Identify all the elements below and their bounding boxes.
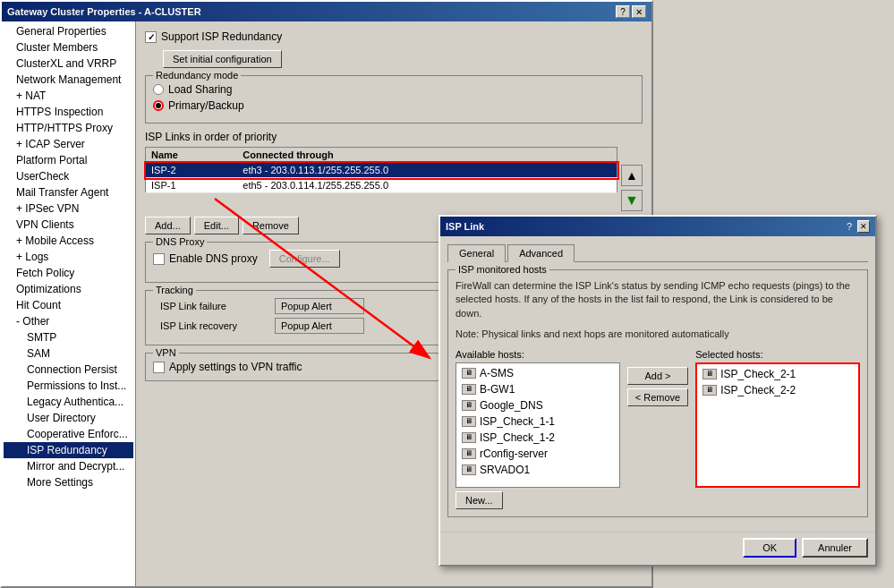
isp-table-wrapper: Name Connected through ISP-2 eth3 - 203.… xyxy=(145,147,617,211)
tab-advanced[interactable]: Advanced xyxy=(507,244,575,262)
sidebar-item-permissions[interactable]: Permissions to Inst... xyxy=(4,378,133,394)
sidebar-item-vpn-clients[interactable]: VPN Clients xyxy=(4,217,133,233)
add-button[interactable]: Add... xyxy=(145,217,191,234)
sidebar-item-http-proxy[interactable]: HTTP/HTTPS Proxy xyxy=(4,120,133,136)
host-item-srvado1[interactable]: 🖥 SRVADO1 xyxy=(458,462,617,478)
sidebar-item-ipsec[interactable]: + IPSec VPN xyxy=(4,200,133,217)
isp-row-isp1[interactable]: ISP-1 eth5 - 203.0.114.1/255.255.255.0 xyxy=(146,178,617,193)
vpn-apply-checkbox[interactable] xyxy=(153,362,165,373)
modal-footer: OK Annuler xyxy=(440,532,875,565)
sidebar-item-mail[interactable]: Mail Transfer Agent xyxy=(4,184,133,200)
configure-dns-button[interactable]: Configure... xyxy=(269,250,340,268)
col-name: Name xyxy=(146,148,238,163)
host-item-isp-check-1-2[interactable]: 🖥 ISP_Check_1-2 xyxy=(458,430,617,446)
monitored-hosts-label: ISP monitored hosts xyxy=(456,264,549,275)
host-item-isp-check-1-1[interactable]: 🖥 ISP_Check_1-1 xyxy=(458,413,617,430)
tracking-label: Tracking xyxy=(153,285,196,295)
ok-button[interactable]: OK xyxy=(743,538,796,558)
sidebar-item-clusterxl[interactable]: ClusterXL and VRRP xyxy=(4,55,133,72)
isp-failure-value: Popup Alert xyxy=(275,298,364,314)
monitored-hosts-note: Note: Physical links and next hops are m… xyxy=(456,328,860,341)
tab-general[interactable]: General xyxy=(447,244,506,262)
close-button[interactable]: ✕ xyxy=(632,5,646,18)
isp-side-buttons: ▲ ▼ xyxy=(621,147,643,211)
support-isp-checkbox[interactable] xyxy=(145,31,157,43)
sidebar-item-network[interactable]: Network Management xyxy=(4,72,133,88)
enable-dns-label: Enable DNS proxy xyxy=(169,252,258,265)
sidebar-item-cluster-members[interactable]: Cluster Members xyxy=(4,39,133,55)
sidebar-item-more-settings[interactable]: More Settings xyxy=(4,474,133,490)
redundancy-mode-label: Redundancy mode xyxy=(153,70,241,81)
sidebar: General Properties Cluster Members Clust… xyxy=(2,21,136,586)
selected-host-icon-2-2: 🖥 xyxy=(702,385,717,396)
available-hosts-label: Available hosts: xyxy=(456,349,620,360)
sidebar-item-portal[interactable]: Platform Portal xyxy=(4,152,133,168)
host-item-rconfig[interactable]: 🖥 rConfig-server xyxy=(458,446,617,462)
sidebar-item-mobile[interactable]: + Mobile Access xyxy=(4,233,133,249)
selected-host-icon-2-1: 🖥 xyxy=(702,369,717,379)
move-down-button[interactable]: ▼ xyxy=(621,190,643,211)
sidebar-item-fetch[interactable]: Fetch Policy xyxy=(4,265,133,281)
primary-backup-row: Primary/Backup xyxy=(153,99,634,112)
sidebar-item-hitcount[interactable]: Hit Count xyxy=(4,297,133,313)
sidebar-item-icap[interactable]: + ICAP Server xyxy=(4,136,133,152)
sidebar-item-mirror[interactable]: Mirror and Decrypt... xyxy=(4,458,133,474)
isp-recovery-label: ISP Link recovery xyxy=(160,320,268,331)
isp-recovery-value: Popup Alert xyxy=(275,318,364,334)
isp-row-isp2[interactable]: ISP-2 eth3 - 203.0.113.1/255.255.255.0 xyxy=(146,163,617,178)
support-isp-label: Support ISP Redundancy xyxy=(161,30,282,43)
sidebar-item-usercheck[interactable]: UserCheck xyxy=(4,168,133,184)
support-isp-row: Support ISP Redundancy xyxy=(145,30,643,43)
host-item-google-dns[interactable]: 🖥 Google_DNS xyxy=(458,397,617,413)
sidebar-item-general[interactable]: General Properties xyxy=(4,23,133,39)
sidebar-item-https[interactable]: HTTPS Inspection xyxy=(4,104,133,120)
sidebar-item-user-directory[interactable]: User Directory xyxy=(4,410,133,426)
main-window-title: Gateway Cluster Properties - A-CLUSTER xyxy=(7,6,201,17)
primary-backup-label: Primary/Backup xyxy=(168,99,244,112)
new-btn-row: New... xyxy=(456,488,860,509)
sidebar-item-connection-persist[interactable]: Connection Persist xyxy=(4,362,133,378)
modal-title-bar: ISP Link ? ✕ xyxy=(440,217,875,236)
edit-button[interactable]: Edit... xyxy=(194,217,239,234)
cancel-button[interactable]: Annuler xyxy=(802,538,868,558)
selected-hosts-listbox[interactable]: 🖥 ISP_Check_2-1 🖥 ISP_Check_2-2 xyxy=(695,362,860,488)
sidebar-item-legacy[interactable]: Legacy Authentica... xyxy=(4,394,133,410)
load-sharing-row: Load Sharing xyxy=(153,83,634,96)
sidebar-item-cooperative[interactable]: Cooperative Enforc... xyxy=(4,426,133,442)
move-up-button[interactable]: ▲ xyxy=(621,165,643,186)
host-icon-rconfig: 🖥 xyxy=(462,448,476,459)
host-icon-google-dns: 🖥 xyxy=(462,400,476,411)
modal-close-button[interactable]: ✕ xyxy=(857,220,870,233)
enable-dns-checkbox[interactable] xyxy=(153,253,165,265)
host-icon-isp-check-1-1: 🖥 xyxy=(462,416,476,427)
sidebar-item-logs[interactable]: + Logs xyxy=(4,249,133,265)
host-item-b-gw1[interactable]: 🖥 B-GW1 xyxy=(458,381,617,397)
host-icon-isp-check-1-2: 🖥 xyxy=(462,432,476,443)
title-bar-controls: ? ✕ xyxy=(616,5,646,18)
available-hosts-listbox[interactable]: 🖥 A-SMS 🖥 B-GW1 🖥 Google_DNS 🖥 xyxy=(456,362,620,488)
sidebar-item-optimizations[interactable]: Optimizations xyxy=(4,281,133,297)
sidebar-item-isp-redundancy[interactable]: ISP Redundancy xyxy=(4,442,133,458)
selected-hosts-list: Selected hosts: 🖥 ISP_Check_2-1 🖥 ISP_Ch… xyxy=(695,349,860,488)
primary-backup-radio[interactable] xyxy=(153,100,164,111)
isp2-connection: eth3 - 203.0.113.1/255.255.255.0 xyxy=(237,163,617,178)
modal-help-button[interactable]: ? xyxy=(847,221,852,232)
selected-host-isp-check-2-2[interactable]: 🖥 ISP_Check_2-2 xyxy=(699,382,856,398)
new-button[interactable]: New... xyxy=(456,491,503,509)
sidebar-item-smtp[interactable]: SMTP xyxy=(4,329,133,345)
help-button[interactable]: ? xyxy=(616,5,630,18)
sidebar-item-nat[interactable]: + NAT xyxy=(4,88,133,104)
add-host-button[interactable]: Add > xyxy=(627,367,688,385)
remove-button[interactable]: Remove xyxy=(243,217,299,234)
host-item-a-sms[interactable]: 🖥 A-SMS xyxy=(458,365,617,381)
set-initial-config-button[interactable]: Set initial configuration xyxy=(163,50,282,68)
sidebar-item-sam[interactable]: SAM xyxy=(4,345,133,362)
available-hosts-list: Available hosts: 🖥 A-SMS 🖥 B-GW1 🖥 Go xyxy=(456,349,620,488)
hosts-container: Available hosts: 🖥 A-SMS 🖥 B-GW1 🖥 Go xyxy=(456,349,860,488)
selected-host-isp-check-2-1[interactable]: 🖥 ISP_Check_2-1 xyxy=(699,366,856,382)
remove-host-button[interactable]: < Remove xyxy=(627,388,688,406)
host-icon-b-gw1: 🖥 xyxy=(462,384,476,395)
sidebar-item-other[interactable]: - Other xyxy=(4,313,133,329)
load-sharing-radio[interactable] xyxy=(153,84,164,95)
vpn-group-label: VPN xyxy=(153,347,179,358)
